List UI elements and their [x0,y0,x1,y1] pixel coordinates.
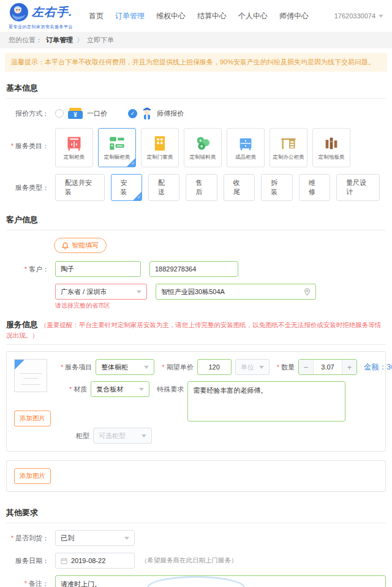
radio-checked-icon[interactable]: ✓ [128,109,137,118]
location-pin-icon[interactable] [304,288,311,296]
address-input[interactable]: 智恒产业园30栋504A [156,284,316,300]
arrival-select[interactable]: 已到 [55,530,135,546]
worker-mascot-icon [141,105,153,121]
service-category-row: 服务类目： 定制柜类 [6,128,386,167]
category-custom-office-cabinet[interactable]: 定制办公柜类 [270,128,307,167]
add-image-button[interactable]: 添加图片 [14,411,51,426]
service-date-label: 服务日期： [6,556,49,566]
wallet-yuan-icon: ¥ [67,107,83,119]
service-type-deliver-install[interactable]: 配送并安装 [55,174,105,201]
qty-decrease-button[interactable]: − [299,360,314,374]
service-type-deliver[interactable]: 配送 [148,174,179,201]
logo-subtitle: 更专业的定制家居安装服务平台 [9,24,73,30]
region-warning: 请选择完整的省市区 [55,301,316,310]
drawing-thumbnail[interactable] [14,359,47,392]
unit-select[interactable]: 单位 [235,359,270,375]
radio-unchecked-icon[interactable] [55,109,64,118]
chevron-down-icon [259,366,264,369]
logo: 左右手. 更专业的定制家居安装服务平台 [9,2,73,30]
chevron-down-icon [124,537,129,540]
material-rolls-green-icon [194,135,212,152]
service-date-hint: （希望服务商在此日期上门服务） [141,556,238,565]
quote-option-master-quote[interactable]: ✓ 师傅报价 [128,105,184,121]
address-value: 智恒产业园30栋504A [161,287,225,297]
smart-fill-label: 智能填写 [72,241,99,250]
service-type-disassembly[interactable]: 拆装 [261,174,292,201]
nav-home[interactable]: 首页 [89,11,104,21]
breadcrumb: 您的位置： 订单管理 〉 立即下单 [0,32,392,48]
top-notice: 温馨提示：本平台下单不收取任何费用，并且为您提供线上担保服务，90%安装产生的纠… [5,53,387,72]
unit-price-input[interactable] [197,359,232,375]
category-custom-materials[interactable]: 定制辅料类 [184,128,222,167]
breadcrumb-separator: 〉 [77,36,83,45]
category-custom-kitchen-cabinet[interactable]: 定制橱柜类 [98,128,136,167]
service-info-warning: （重要提醒：平台主要针对定制家居安装为主，请您上传完整的安装图纸，以免图纸不全无… [6,321,381,339]
special-request-label: 特殊要求 [157,385,184,394]
special-request-textarea[interactable]: 需要经验丰富的老师傅。 [187,381,345,422]
customer-name-row: 客户： [6,261,386,277]
service-date-input[interactable]: 2019-08-22 [55,553,135,569]
category-custom-door-window[interactable]: 定制门窗类 [141,128,179,167]
service-type-install[interactable]: 安装 [111,174,142,201]
customer-name-input[interactable] [55,261,141,277]
category-label: 定制地板类 [318,154,345,161]
breadcrumb-current-page: 立即下单 [87,36,114,45]
arrival-value: 已到 [61,534,74,543]
amount-text: 金额：368.4元 [364,362,392,373]
office-desk-tan-icon [279,135,298,152]
logo-mascot-icon [9,2,29,23]
section-customer-info-title: 客户信息 [6,215,38,224]
qty-increase-button[interactable]: + [342,360,356,374]
qty-value[interactable]: 3.07 [314,360,342,374]
region-value: 广东省 / 深圳市 [61,287,107,297]
quote-option-fixed-price[interactable]: ¥ 一口价 [55,107,107,119]
customer-phone-input[interactable] [149,261,238,277]
service-type-measure-design[interactable]: 量尺设计 [336,174,380,201]
nav-rights-center[interactable]: 维权中心 [156,11,186,21]
nav-order-management[interactable]: 订单管理 [115,11,145,21]
project-value: 整体橱柜 [101,363,128,372]
service-category-list: 定制柜类 定制橱柜类 [55,128,355,167]
door-yellow-icon [151,135,169,152]
chevron-down-icon [137,290,141,294]
section-other-requirements-title: 其他要求 [6,508,38,517]
section-service-info-title: 服务信息 [6,320,38,329]
category-label: 成品柜类 [235,154,256,161]
add-image-button-2[interactable]: 添加图片 [14,468,51,484]
chevron-down-icon [144,366,149,369]
drawer-chest-blue-icon [236,135,255,152]
calendar-icon [61,558,67,564]
service-type-row: 服务类型： 配送并安装 安装 配送 售后 收尾 拆装 维修 量尺设计 [6,174,386,201]
customer-address-row: 广东省 / 深圳市 智恒产业园30栋504A 请选择完整的省市区 [6,284,386,310]
region-select[interactable]: 广东省 / 深圳市 [55,284,147,300]
cabinet-red-icon [65,135,83,152]
category-finished-cabinet[interactable]: 成品柜类 [227,128,265,167]
category-custom-cabinet[interactable]: 定制柜类 [55,128,93,167]
svg-text:¥: ¥ [74,112,77,118]
service-type-repair[interactable]: 维修 [299,174,330,201]
nav-settlement-center[interactable]: 结算中心 [197,11,227,21]
service-type-aftersale[interactable]: 售后 [186,174,217,201]
unit-placeholder: 单位 [241,363,254,372]
nav-master-center[interactable]: 师傅中心 [279,11,309,21]
service-date-row: 服务日期： 2019-08-22 （希望服务商在此日期上门服务） [6,553,386,569]
bell-icon [62,242,69,249]
breadcrumb-order-management[interactable]: 订单管理 [46,36,73,45]
project-select[interactable]: 整体橱柜 [96,359,154,375]
service-type-finishing[interactable]: 收尾 [224,174,255,201]
cabinet-type-label: 柜型 [76,431,89,441]
account-menu[interactable]: 17620330074 [334,12,383,20]
material-value: 复合板材 [96,385,123,394]
service-type-label: 服务类型： [6,183,49,192]
nav-personal-center[interactable]: 个人中心 [238,11,268,21]
category-label: 定制柜类 [64,154,85,161]
category-custom-flooring[interactable]: 定制地板类 [312,128,350,167]
quote-method-label: 报价方式： [6,109,49,118]
cabinet-type-placeholder: 可选柜型 [99,431,126,441]
chevron-down-icon [379,15,383,18]
app-header: 左右手. 更专业的定制家居安装服务平台 首页 订单管理 维权中心 结算中心 个人… [0,0,392,32]
cabinet-type-select[interactable]: 可选柜型 [93,428,152,444]
chevron-down-icon [141,434,146,437]
material-select[interactable]: 复合板材 [91,381,149,397]
smart-fill-button[interactable]: 智能填写 [54,238,107,253]
